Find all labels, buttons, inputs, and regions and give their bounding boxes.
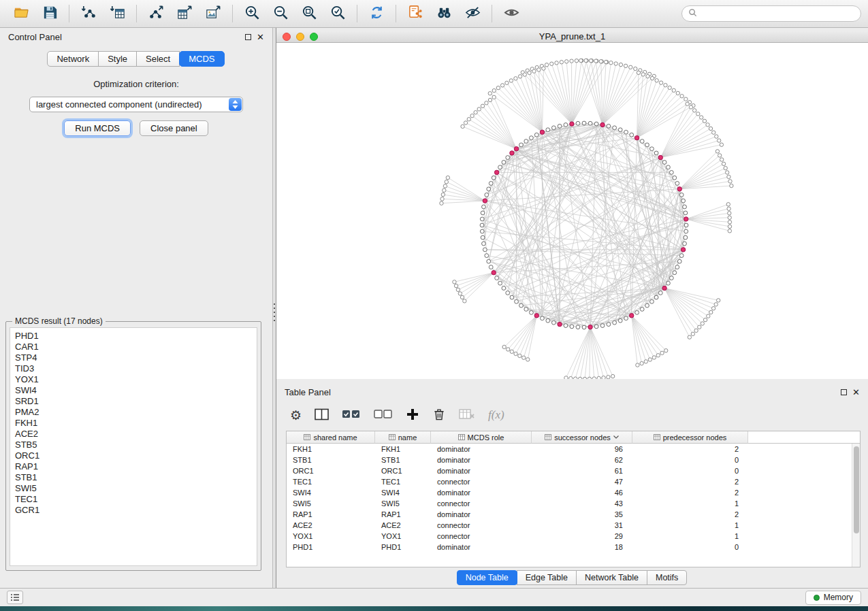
mcds-result-list[interactable]: PHD1CAR1STP4TID3YOX1SWI4SRD1PMA2FKH1ACE2… xyxy=(10,327,257,566)
mcds-result-item[interactable]: SWI4 xyxy=(15,385,252,396)
tab-mcds[interactable]: MCDS xyxy=(179,51,224,67)
show-columns-button[interactable] xyxy=(315,408,329,423)
table-cell: connector xyxy=(431,531,532,542)
table-cell: RAP1 xyxy=(287,509,375,520)
table-row[interactable]: ACE2ACE2connector311 xyxy=(287,520,860,531)
delete-column-button[interactable] xyxy=(432,407,446,423)
export-image-button[interactable] xyxy=(199,2,227,25)
table-row[interactable]: TEC1TEC1connector472 xyxy=(287,476,860,487)
memory-button[interactable]: Memory xyxy=(805,591,861,605)
mcds-result-item[interactable]: FKH1 xyxy=(15,418,252,429)
search-input[interactable] xyxy=(701,9,854,18)
mcds-result-item[interactable]: RAP1 xyxy=(15,461,252,472)
header-filler xyxy=(748,431,860,444)
find-button[interactable] xyxy=(430,2,458,25)
column-header-predecessor-nodes[interactable]: predecessor nodes xyxy=(632,431,748,444)
column-header-name[interactable]: name xyxy=(375,431,431,444)
close-window-icon[interactable] xyxy=(283,33,291,41)
table-cell: 18 xyxy=(532,542,632,552)
table-row[interactable]: ORC1ORC1dominator610 xyxy=(287,465,860,476)
run-mcds-button[interactable]: Run MCDS xyxy=(64,120,131,136)
zoom-fit-button[interactable] xyxy=(295,2,323,25)
export-network-button[interactable] xyxy=(142,2,170,25)
float-table-panel-icon[interactable] xyxy=(841,389,847,395)
export-table-button[interactable] xyxy=(170,2,199,25)
mcds-result-item[interactable]: STP4 xyxy=(15,352,252,363)
import-table-button[interactable] xyxy=(103,2,131,25)
table-row[interactable]: SWI4SWI4dominator462 xyxy=(287,487,860,498)
deselect-all-icon xyxy=(374,408,393,423)
table-row[interactable]: STB1STB1dominator620 xyxy=(287,455,860,465)
mcds-result-item[interactable]: TEC1 xyxy=(15,494,252,505)
table-scrollbar[interactable] xyxy=(852,444,860,567)
maximize-window-icon[interactable] xyxy=(310,33,318,41)
tab-node-table[interactable]: Node Table xyxy=(457,570,517,585)
network-canvas[interactable] xyxy=(276,43,868,379)
table-cell: dominator xyxy=(431,455,532,465)
zoom-fit-icon xyxy=(301,4,318,23)
column-grid-icon xyxy=(654,434,660,440)
zoom-in-button[interactable] xyxy=(238,2,266,25)
table-cell: 29 xyxy=(532,531,632,542)
table-cell: dominator xyxy=(431,465,532,476)
tab-style[interactable]: Style xyxy=(98,51,137,67)
tab-select[interactable]: Select xyxy=(136,51,180,67)
zoom-out-icon xyxy=(272,4,289,23)
close-mcds-panel-button[interactable]: Close panel xyxy=(140,120,208,136)
mcds-result-item[interactable]: SWI5 xyxy=(15,483,252,494)
table-row[interactable]: YOX1YOX1connector291 xyxy=(287,531,860,542)
table-toolbar: ⚙ f(x) xyxy=(276,401,868,429)
mcds-result-item[interactable]: GCR1 xyxy=(15,505,252,516)
mcds-result-item[interactable]: YOX1 xyxy=(15,374,252,385)
column-header-successor-nodes[interactable]: successor nodes xyxy=(532,431,632,444)
column-header-shared-name[interactable]: shared name xyxy=(287,431,375,444)
network-share-button[interactable] xyxy=(401,2,430,25)
hide-details-button[interactable] xyxy=(458,2,487,25)
zoom-out-button[interactable] xyxy=(266,2,295,25)
table-row[interactable]: FKH1FKH1dominator962 xyxy=(287,444,860,455)
table-row[interactable]: SWI5SWI5connector431 xyxy=(287,498,860,509)
save-session-icon xyxy=(42,4,59,23)
table-cell: 2 xyxy=(632,476,748,487)
mcds-result-item[interactable]: SRD1 xyxy=(15,396,252,407)
show-details-button[interactable] xyxy=(497,2,526,25)
mcds-result-item[interactable]: ACE2 xyxy=(15,429,252,440)
select-all-columns-button[interactable] xyxy=(342,408,361,423)
close-table-panel-icon[interactable]: ✕ xyxy=(852,388,860,397)
column-grid-icon xyxy=(389,434,396,440)
zoom-selected-button[interactable] xyxy=(323,2,352,25)
export-table-icon xyxy=(176,4,193,23)
mcds-result-item[interactable]: TID3 xyxy=(15,363,252,374)
add-column-button[interactable] xyxy=(406,408,419,423)
panel-splitter[interactable] xyxy=(272,28,276,588)
mcds-result-item[interactable]: ORC1 xyxy=(15,450,252,461)
scrollbar-thumb[interactable] xyxy=(854,446,859,533)
status-bar: Memory xyxy=(0,588,868,606)
mcds-result-item[interactable]: CAR1 xyxy=(15,342,252,352)
menu-button[interactable] xyxy=(7,591,23,604)
tab-motifs[interactable]: Motifs xyxy=(647,570,687,585)
network-graph[interactable] xyxy=(276,43,868,379)
table-row[interactable]: PHD1PHD1dominator180 xyxy=(287,542,860,552)
import-network-button[interactable] xyxy=(74,2,103,25)
mcds-result-item[interactable]: PHD1 xyxy=(15,331,252,342)
table-cell: ACE2 xyxy=(375,520,431,531)
deselect-all-columns-button[interactable] xyxy=(374,408,393,423)
refresh-layout-button[interactable] xyxy=(362,2,391,25)
table-settings-button[interactable]: ⚙ xyxy=(290,408,302,423)
tab-network[interactable]: Network xyxy=(47,51,99,67)
mcds-result-item[interactable]: PMA2 xyxy=(15,407,252,418)
criterion-select[interactable]: largest connected component (undirected) xyxy=(29,97,243,112)
table-row[interactable]: RAP1RAP1dominator352 xyxy=(287,509,860,520)
minimize-window-icon[interactable] xyxy=(296,33,304,41)
hide-details-icon xyxy=(464,4,481,23)
save-session-button[interactable] xyxy=(35,2,64,25)
close-panel-icon[interactable]: ✕ xyxy=(257,33,264,42)
float-panel-icon[interactable] xyxy=(245,34,251,40)
tab-edge-table[interactable]: Edge Table xyxy=(517,570,577,585)
mcds-result-item[interactable]: STB1 xyxy=(15,472,252,483)
mcds-result-item[interactable]: STB5 xyxy=(15,440,252,450)
open-session-button[interactable] xyxy=(7,2,35,25)
column-header-mcds-role[interactable]: MCDS role xyxy=(431,431,532,444)
tab-network-table[interactable]: Network Table xyxy=(576,570,647,585)
